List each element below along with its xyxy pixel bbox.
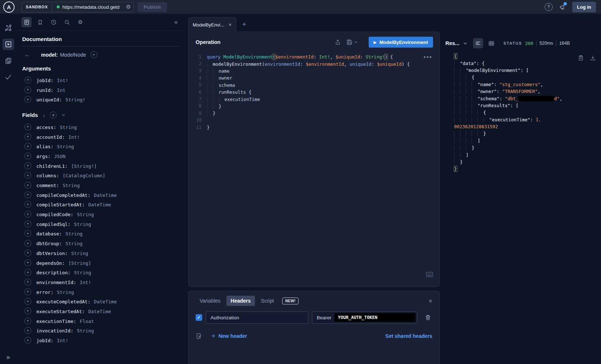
fields-chevron-down-icon[interactable] (61, 113, 65, 117)
header-value-input[interactable]: Bearer YOUR_AUTH_TOKEN (312, 311, 417, 324)
schema-field-row: + compileCompletedAt: DateTime (22, 190, 179, 200)
fields-list: + access: String + accountId: Int! + ali… (22, 122, 179, 345)
add-to-query-icon[interactable]: + (24, 143, 31, 150)
add-to-query-icon[interactable]: + (24, 201, 31, 208)
code-line: ] (454, 137, 601, 144)
delete-header-icon[interactable] (425, 314, 431, 321)
doc-settings-icon[interactable]: ⚙ (75, 17, 85, 27)
sort-fields-icon[interactable]: ↓ (43, 112, 45, 118)
add-all-fields-icon[interactable]: + (50, 112, 57, 118)
add-to-query-icon[interactable]: + (24, 288, 31, 295)
schema-graph-nav[interactable] (0, 20, 16, 36)
checks-nav[interactable] (0, 69, 16, 85)
collections-nav[interactable] (0, 52, 16, 69)
code-line: 2 modelByEnvironment(environmentId: $env… (188, 60, 440, 67)
add-to-query-icon[interactable]: + (24, 250, 31, 256)
endpoint-settings-icon[interactable]: ⚙ (124, 4, 133, 10)
collapse-doc-panel-icon[interactable]: « (175, 19, 180, 26)
announcements-icon[interactable] (559, 3, 566, 11)
add-to-query-icon[interactable]: + (24, 77, 31, 84)
code-line: 1query ModelByEnvironment($environmentId… (188, 53, 440, 60)
keyboard-shortcuts-icon[interactable] (426, 272, 433, 277)
search-icon[interactable] (62, 17, 72, 27)
checkmark-icon (3, 71, 14, 83)
status-label: STATUS (504, 41, 522, 45)
breadcrumb-type-link[interactable]: ModelNode (60, 52, 86, 58)
line-number: 6 (188, 90, 207, 95)
add-field-icon[interactable]: + (91, 51, 97, 58)
tab-headers[interactable]: Headers (227, 296, 255, 306)
bookmark-icon[interactable] (35, 17, 45, 27)
line-number: 9 (188, 111, 207, 116)
status-code: 200 (525, 41, 533, 46)
back-arrow-icon[interactable]: ← (24, 52, 30, 58)
response-body[interactable]: { "data": { "modelByEnvironment": [ { "n… (445, 53, 601, 173)
copy-response-icon[interactable] (578, 55, 584, 61)
tab-script[interactable]: Script (257, 296, 278, 306)
add-to-query-icon[interactable]: + (24, 337, 31, 344)
doc-panel-toolbar: ⚙ « (16, 14, 185, 31)
line-number: 8 (188, 104, 207, 109)
help-icon[interactable]: ? (545, 3, 553, 11)
line-number: 5 (188, 82, 207, 88)
publish-button[interactable]: Publish (137, 2, 167, 12)
download-response-icon[interactable] (590, 55, 596, 61)
operation-tab[interactable]: ModelByEnvi... × (188, 17, 236, 32)
tab-variables[interactable]: Variables (196, 296, 224, 306)
add-to-query-icon[interactable]: + (24, 124, 31, 130)
add-to-query-icon[interactable]: + (24, 327, 31, 334)
breadcrumb-field-label: model: (41, 52, 58, 58)
code-line: 5 schema (188, 82, 440, 89)
save-icon (346, 39, 353, 45)
top-bar: A SANDBOX https://metadata.cloud.getd ⚙ … (0, 0, 601, 14)
line-number: 4 (188, 76, 207, 81)
add-to-query-icon[interactable]: + (24, 191, 31, 198)
new-header-button[interactable]: + New header (212, 332, 247, 340)
save-operation-group[interactable] (346, 39, 358, 45)
code-line: "executionTime": 1. (454, 116, 601, 123)
add-to-query-icon[interactable]: + (24, 318, 31, 324)
add-to-query-icon[interactable]: + (24, 298, 31, 305)
query-editor[interactable]: 1query ModelByEnvironment($environmentId… (188, 53, 440, 131)
endpoint-url-input[interactable]: https://metadata.cloud.getd (63, 4, 124, 10)
documentation-tab-icon[interactable] (21, 17, 32, 27)
add-to-query-icon[interactable]: + (24, 153, 31, 159)
share-operation-icon[interactable] (334, 39, 341, 45)
add-to-query-icon[interactable]: + (24, 133, 31, 140)
table-view-toggle-icon[interactable] (486, 38, 497, 48)
add-to-query-icon[interactable]: + (24, 308, 31, 315)
header-enabled-checkbox[interactable]: ✓ (196, 314, 202, 321)
close-tab-icon[interactable]: × (229, 22, 232, 28)
history-icon[interactable] (48, 17, 59, 27)
collapse-panel-icon[interactable] (428, 298, 433, 303)
save-chevron-down-icon (354, 40, 358, 44)
add-to-query-icon[interactable]: + (24, 86, 31, 93)
add-to-query-icon[interactable]: + (24, 172, 31, 179)
add-to-query-icon[interactable]: + (24, 96, 31, 103)
set-shared-headers-link[interactable]: Set shared headers (385, 333, 432, 339)
code-line: 10 (188, 117, 440, 124)
schema-field-row: + error: String (22, 287, 179, 297)
add-to-query-icon[interactable]: + (24, 269, 31, 276)
header-key-input[interactable]: Authorization (206, 311, 308, 324)
add-to-query-icon[interactable]: + (24, 240, 31, 247)
response-chevron-down-icon[interactable] (463, 41, 468, 46)
explorer-nav[interactable] (0, 36, 16, 52)
add-to-query-icon[interactable]: + (24, 221, 31, 227)
edit-as-text-icon[interactable] (196, 333, 202, 339)
add-to-query-icon[interactable]: + (24, 211, 31, 218)
operation-title: Operation (196, 39, 220, 45)
expand-rail-icon[interactable]: » (0, 353, 16, 361)
arguments-heading: Arguments (22, 65, 179, 72)
new-tab-button[interactable]: + (242, 20, 246, 28)
add-to-query-icon[interactable]: + (24, 182, 31, 189)
add-to-query-icon[interactable]: + (24, 259, 31, 266)
run-operation-button[interactable]: ▶ ModelByEnvironment (369, 37, 433, 48)
add-to-query-icon[interactable]: + (24, 279, 31, 286)
login-button[interactable]: Log in (572, 2, 596, 12)
raw-view-toggle-icon[interactable] (473, 38, 483, 48)
divider (556, 40, 556, 46)
add-to-query-icon[interactable]: + (24, 230, 31, 237)
add-to-query-icon[interactable]: + (24, 162, 31, 169)
operation-more-menu-icon[interactable]: ●●● (424, 55, 432, 59)
